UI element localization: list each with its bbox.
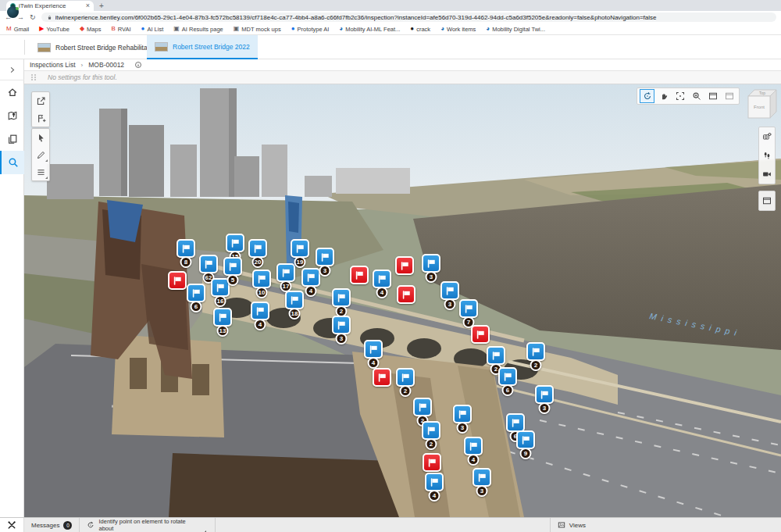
walk-mode-button[interactable] bbox=[759, 146, 775, 165]
bookmarks-bar: MGmail▶YouTube◆MapsBRVAI●AI List▣AI Resu… bbox=[0, 23, 781, 35]
inspection-flag-blue-2[interactable]: 2 bbox=[487, 346, 505, 365]
video-capture-button[interactable] bbox=[759, 165, 775, 184]
reload-icon[interactable]: ↻ bbox=[30, 14, 36, 21]
inspection-flag-red[interactable] bbox=[397, 285, 415, 304]
inspection-flag-blue-6[interactable]: 6 bbox=[498, 367, 517, 386]
forward-icon[interactable]: → bbox=[17, 14, 24, 21]
add-flag-button[interactable] bbox=[32, 109, 49, 127]
zoom-window-button[interactable] bbox=[689, 89, 704, 103]
flag-icon bbox=[464, 437, 483, 455]
model-tab-active[interactable]: Robert Street Bridge 2022 bbox=[147, 35, 258, 59]
sidebar-item-expand[interactable] bbox=[0, 59, 24, 80]
bookmark-mobility-ai-ml-feat[interactable]: ◕Mobility AI-ML Feat... bbox=[339, 26, 400, 33]
inspection-flag-blue-3[interactable]: 3 bbox=[535, 385, 554, 404]
pan-view-button[interactable] bbox=[656, 89, 671, 103]
view-cube[interactable]: Top Front bbox=[744, 87, 779, 122]
inspection-flag-blue-2[interactable]: 2 bbox=[413, 398, 432, 416]
inspection-flag-blue-3[interactable]: 3 bbox=[453, 405, 472, 423]
inspection-flag-red[interactable] bbox=[350, 266, 369, 284]
bookmark-mdt-mock-ups[interactable]: ▣MDT mock ups bbox=[234, 26, 281, 33]
export-button[interactable] bbox=[32, 92, 49, 109]
inspection-flag-blue-8[interactable]: 8 bbox=[177, 239, 195, 258]
close-tab-icon[interactable]: × bbox=[86, 2, 90, 9]
inspection-flag-blue-9[interactable]: 9 bbox=[516, 430, 535, 449]
inspection-flag-blue-4[interactable]: 4 bbox=[464, 437, 483, 455]
flag-icon bbox=[364, 340, 383, 359]
flag-count-badge: 9 bbox=[520, 448, 532, 459]
bookmark-label: YouTube bbox=[46, 26, 69, 33]
inspection-flag-blue-7[interactable]: 7 bbox=[459, 299, 478, 318]
window-area-2-button[interactable] bbox=[722, 89, 736, 103]
rotate-view-button[interactable] bbox=[640, 89, 654, 103]
list-icon bbox=[36, 167, 46, 177]
bookmark-ai-list[interactable]: ●AI List bbox=[141, 26, 164, 33]
camera-settings-button[interactable] bbox=[759, 127, 775, 146]
browser-tab[interactable]: iTwin Experience × bbox=[6, 1, 94, 11]
inspection-flag-blue-62[interactable]: 62 bbox=[199, 255, 218, 273]
viewport-3d[interactable]: Mississippi Top Front 866216131552010417… bbox=[24, 84, 781, 517]
select-button[interactable] bbox=[32, 129, 49, 146]
tools-button[interactable] bbox=[0, 518, 24, 532]
inspection-flag-blue-3[interactable]: 3 bbox=[422, 254, 440, 273]
itwin-logo[interactable] bbox=[7, 6, 19, 18]
inspection-flag-red[interactable] bbox=[168, 271, 187, 290]
inspection-flag-blue-10[interactable]: 10 bbox=[252, 270, 271, 288]
inspection-flag-blue-2[interactable]: 2 bbox=[332, 288, 351, 307]
sidebar-item-search[interactable] bbox=[0, 151, 24, 174]
inspection-flag-red[interactable] bbox=[373, 368, 391, 387]
inspection-flag-red[interactable] bbox=[423, 453, 441, 472]
drag-grip-icon[interactable] bbox=[31, 74, 37, 80]
address-bar[interactable]: itwinexperience.bentley.com/6f002b65-29c… bbox=[41, 12, 776, 22]
inspection-flag-blue-3[interactable]: 3 bbox=[440, 281, 459, 300]
inspection-flag-blue-6[interactable]: 6 bbox=[187, 284, 205, 302]
fit-icon bbox=[676, 91, 685, 101]
messages-section[interactable]: Messages 0 bbox=[24, 518, 80, 532]
project-tab[interactable]: Robert Street Bridge Rehabilitation bbox=[30, 35, 166, 59]
swirl-icon: ◕ bbox=[440, 26, 444, 32]
new-tab-button[interactable]: + bbox=[99, 2, 104, 10]
inspection-flag-red[interactable] bbox=[395, 256, 414, 275]
bookmark-prototype-ai[interactable]: ●Prototype AI bbox=[291, 26, 330, 33]
info-icon[interactable] bbox=[134, 61, 142, 69]
layers-list-button[interactable] bbox=[32, 163, 49, 180]
bookmark-gmail[interactable]: MGmail bbox=[6, 26, 29, 33]
inspection-flag-blue-2[interactable]: 2 bbox=[422, 421, 440, 440]
inspection-flag-blue-5[interactable]: 5 bbox=[223, 257, 242, 276]
bookmark-rvai[interactable]: BRVAI bbox=[111, 26, 130, 33]
inspection-flag-blue-20[interactable]: 20 bbox=[248, 239, 267, 258]
inspection-flag-blue-6[interactable]: 6 bbox=[506, 413, 525, 432]
inspection-flag-blue-13[interactable]: 13 bbox=[213, 308, 232, 327]
saved-views-panel-button[interactable] bbox=[759, 191, 775, 210]
inspection-flag-blue-3[interactable]: 3 bbox=[316, 248, 334, 266]
inspection-flag-blue-4[interactable]: 4 bbox=[364, 340, 383, 359]
inspection-flag-blue-19[interactable]: 19 bbox=[291, 239, 309, 258]
bookmark-crack[interactable]: ●crack bbox=[410, 26, 430, 33]
fit-view-button[interactable] bbox=[672, 89, 687, 103]
bookmark-work-items[interactable]: ◕Work items bbox=[440, 26, 476, 33]
inspection-flag-blue-4[interactable]: 4 bbox=[251, 302, 269, 320]
inspection-flag-blue-17[interactable]: 17 bbox=[276, 263, 295, 282]
inspection-flag-blue-2[interactable]: 2 bbox=[526, 342, 545, 361]
window-area-button[interactable] bbox=[705, 89, 720, 103]
inspection-flag-blue-18[interactable]: 18 bbox=[285, 291, 304, 309]
inspection-flag-blue-4[interactable]: 4 bbox=[373, 270, 391, 288]
inspection-flag-blue-3[interactable]: 3 bbox=[473, 468, 491, 487]
inspection-flag-blue-15[interactable]: 15 bbox=[226, 234, 244, 252]
flag-icon bbox=[332, 316, 351, 334]
sidebar-item-map[interactable] bbox=[0, 104, 24, 127]
inspection-flag-blue-2[interactable]: 2 bbox=[396, 368, 415, 387]
inspection-flag-red[interactable] bbox=[471, 325, 490, 344]
breadcrumb-inspections-list[interactable]: Inspections List bbox=[30, 61, 76, 69]
inspection-flag-blue-3[interactable]: 3 bbox=[332, 316, 351, 334]
bookmark-maps[interactable]: ◆Maps bbox=[80, 26, 102, 33]
bookmark-youtube[interactable]: ▶YouTube bbox=[39, 26, 70, 33]
measure-button[interactable] bbox=[32, 146, 49, 163]
inspection-flag-blue-4[interactable]: 4 bbox=[301, 268, 320, 287]
status-bar: Messages 0 Identify point on element to … bbox=[0, 517, 781, 532]
sidebar-item-documents[interactable] bbox=[0, 127, 24, 151]
inspection-flag-blue-4[interactable]: 4 bbox=[425, 473, 444, 491]
bookmark-ai-results-page[interactable]: ▣AI Results page bbox=[173, 26, 223, 33]
views-section[interactable]: Views bbox=[550, 518, 781, 532]
sidebar-item-home[interactable] bbox=[0, 80, 24, 104]
bookmark-mobility-digital-twi[interactable]: ◕Mobility Digital Twi... bbox=[486, 26, 545, 33]
